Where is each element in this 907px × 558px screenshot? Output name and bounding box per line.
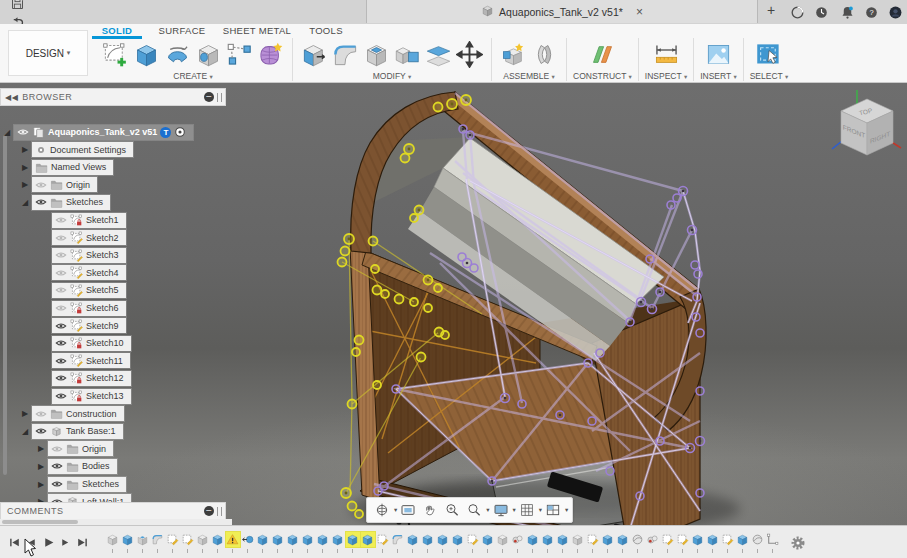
expand-collapsed-icon[interactable]: ▶ [38, 462, 48, 471]
fit-icon-caret[interactable]: ▾ [486, 506, 489, 514]
view-cube[interactable]: TOP FRONT RIGHT [830, 87, 904, 163]
comments-grip[interactable] [217, 507, 222, 516]
move-button[interactable] [454, 39, 485, 70]
zoom-icon[interactable] [444, 502, 460, 518]
browser-header[interactable]: ◀◀ BROWSER – [0, 88, 226, 106]
hub-badge[interactable]: T [160, 127, 171, 138]
timeline-feature-extrude[interactable] [690, 532, 705, 554]
timeline-feature-extrude[interactable] [615, 532, 630, 554]
tree-item[interactable]: Sketch6 [52, 301, 126, 316]
look-at-icon[interactable] [400, 502, 416, 518]
visibility-eye-icon[interactable] [55, 302, 67, 314]
comments-header[interactable]: COMMENTS – [0, 502, 226, 520]
visibility-eye-icon[interactable] [35, 425, 47, 437]
display-settings-icon[interactable] [493, 502, 509, 518]
timeline-feature-extrude[interactable] [540, 532, 555, 554]
tree-item[interactable]: Sketch11 [52, 353, 130, 368]
timeline-feature-sketch[interactable] [465, 532, 480, 554]
timeline-feature-extrude[interactable] [525, 532, 540, 554]
display-settings-icon-caret[interactable]: ▾ [513, 506, 516, 514]
expand-expanded-icon[interactable]: ◢ [4, 128, 14, 137]
timeline-scroll-thumb[interactable] [2, 520, 78, 524]
job-status-icon[interactable] [812, 3, 830, 21]
timeline-feature-extrude[interactable] [270, 532, 285, 554]
visibility-eye-icon[interactable] [55, 337, 67, 349]
timeline-feature-sketch[interactable] [180, 532, 195, 554]
tree-item[interactable]: Bodies [48, 459, 117, 474]
expand-collapsed-icon[interactable]: ▶ [38, 444, 48, 453]
timeline-feature-fillet[interactable] [390, 532, 405, 554]
split-body-button[interactable] [423, 39, 454, 70]
press-pull-button[interactable] [299, 39, 330, 70]
tree-item[interactable]: Origin [32, 177, 97, 192]
comments-minimize-icon[interactable]: – [204, 506, 214, 516]
timeline-feature-box[interactable] [105, 532, 120, 554]
workspace-selector[interactable]: DESIGN ▾ [8, 30, 88, 76]
timeline-feature-extrude[interactable] [435, 532, 450, 554]
help-icon[interactable]: ? [862, 3, 880, 21]
timeline-feature-extrude[interactable] [255, 532, 270, 554]
joint-button[interactable] [529, 39, 560, 70]
visibility-eye-icon[interactable] [51, 478, 63, 490]
ribbon-tab-sheet-metal[interactable]: SHEET METAL [220, 25, 294, 36]
tree-item[interactable]: Sketch12 [52, 371, 131, 386]
grid-settings-icon[interactable] [519, 502, 535, 518]
timeline-feature-extrude[interactable] [600, 532, 615, 554]
notifications-icon[interactable] [838, 3, 856, 21]
tree-item[interactable]: Sketches [32, 195, 110, 210]
visibility-eye-icon[interactable] [55, 214, 67, 226]
tree-item[interactable]: Sketch4 [52, 265, 126, 280]
timeline-feature-sketch[interactable] [585, 532, 600, 554]
timeline-feature-sketch[interactable] [660, 532, 675, 554]
activate-component-icon[interactable] [174, 126, 186, 138]
tree-item[interactable]: Sketch10 [52, 336, 131, 351]
timeline-feature-extrude[interactable] [450, 532, 465, 554]
timeline-feature-extrude[interactable] [120, 532, 135, 554]
browser-grip[interactable] [217, 93, 222, 102]
group-label-select[interactable]: SELECT ▾ [750, 71, 789, 81]
construction-plane-button[interactable] [587, 39, 618, 70]
timeline-feature-extrude[interactable] [420, 532, 435, 554]
timeline-feature-form2[interactable] [750, 532, 765, 554]
timeline-feature-box[interactable] [570, 532, 585, 554]
step-back-button[interactable] [23, 534, 40, 552]
expand-collapsed-icon[interactable]: ▶ [22, 145, 32, 154]
timeline-feature-form2[interactable] [630, 532, 645, 554]
visibility-eye-icon[interactable] [17, 126, 29, 138]
viewports-icon[interactable] [545, 502, 561, 518]
group-label-modify[interactable]: MODIFY ▾ [373, 71, 412, 81]
play-button[interactable] [40, 534, 57, 552]
timeline-feature-extrude[interactable] [210, 532, 225, 554]
tree-item[interactable]: Aquaponics_Tank_v2 v51T [14, 125, 193, 140]
tree-item[interactable]: Named Views [32, 160, 113, 175]
browser-minimize-icon[interactable]: – [204, 92, 214, 102]
revolve-button[interactable] [162, 39, 193, 70]
tree-item[interactable]: Sketch3 [52, 248, 126, 263]
timeline-feature-extrude[interactable] [285, 532, 300, 554]
timeline-feature-fillet[interactable] [150, 532, 165, 554]
go-to-end-button[interactable] [74, 534, 91, 552]
timeline-feature-sketch[interactable] [165, 532, 180, 554]
orbit-icon[interactable] [374, 502, 390, 518]
timeline-feature-sketch[interactable] [675, 532, 690, 554]
timeline-feature-box[interactable] [495, 532, 510, 554]
visibility-eye-icon[interactable] [55, 372, 67, 384]
timeline-feature-extrude[interactable] [315, 532, 330, 554]
visibility-eye-icon[interactable] [55, 320, 67, 332]
timeline-feature-extrude[interactable] [405, 532, 420, 554]
extensions-icon[interactable] [788, 3, 806, 21]
ribbon-tab-surface[interactable]: SURFACE [152, 25, 212, 36]
timeline-feature-reverse[interactable] [240, 532, 255, 554]
timeline-feature-joint[interactable] [645, 532, 660, 554]
tree-item[interactable]: Origin [48, 441, 113, 456]
close-tab-icon[interactable]: × [636, 5, 643, 19]
collapse-panel-icon[interactable]: ◀◀ [5, 93, 18, 102]
tree-item[interactable]: Sketches [48, 477, 126, 492]
timeline-feature-joint[interactable] [510, 532, 525, 554]
tree-item[interactable]: Sketch13 [52, 389, 131, 404]
extrude-button[interactable] [131, 39, 162, 70]
expand-expanded-icon[interactable]: ◢ [22, 198, 32, 207]
visibility-eye-icon[interactable] [55, 267, 67, 279]
group-label-insert[interactable]: INSERT ▾ [700, 71, 737, 81]
group-label-create[interactable]: CREATE ▾ [173, 71, 212, 81]
